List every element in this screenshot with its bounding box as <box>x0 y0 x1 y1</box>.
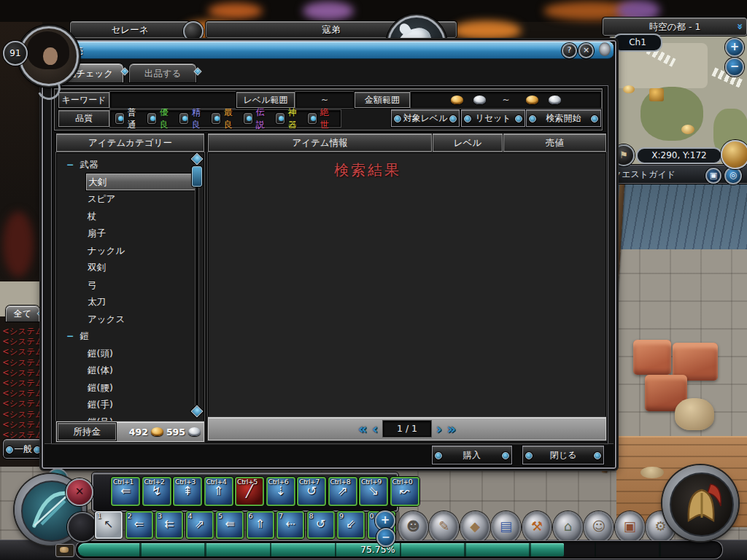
radio-icon[interactable] <box>179 113 188 124</box>
reset-button[interactable]: リセット <box>461 109 525 127</box>
equipment-medallion[interactable] <box>662 465 738 541</box>
category-item[interactable]: −扇子 <box>57 225 204 242</box>
num-hotbar-slot[interactable]: ⇇ 3 <box>155 511 183 539</box>
buy-button[interactable]: 購入 <box>432 446 512 464</box>
category-item[interactable]: −武器 <box>57 156 204 174</box>
category-item[interactable]: −鎧(腰) <box>57 379 204 397</box>
scrollbar-thumb[interactable] <box>192 166 202 187</box>
quality-option[interactable]: 優良 <box>147 106 173 131</box>
ctrl-hotbar-slot[interactable]: ⇣ Ctrl+6 <box>266 477 295 506</box>
category-item[interactable]: −鎧(手) <box>57 396 204 413</box>
category-item[interactable]: −鎧(足) <box>57 413 204 422</box>
close-button[interactable]: × <box>578 43 594 58</box>
close-window-button[interactable]: 閉じる <box>522 446 604 464</box>
last-page-button[interactable]: » <box>447 421 456 436</box>
storage-button[interactable]: ▣ <box>615 511 645 543</box>
category-item[interactable]: −鎧(頭) <box>57 345 204 362</box>
quest-locate-icon[interactable]: ◎ <box>724 167 742 184</box>
num-hotbar-slot[interactable]: ⇑ 6 <box>247 511 274 539</box>
quest-log-button[interactable]: ▤ <box>491 511 521 543</box>
chevron-down-icon[interactable]: » <box>732 23 747 30</box>
radio-icon[interactable] <box>212 113 220 124</box>
category-item[interactable]: −アックス <box>57 311 204 328</box>
radio-icon[interactable] <box>147 113 156 124</box>
amount-range-label: 金額範囲 <box>355 92 410 108</box>
num-hotbar-slot[interactable]: ⇗ 4 <box>186 511 214 539</box>
category-scrollbar[interactable] <box>191 155 201 417</box>
category-item[interactable]: −双剣 <box>57 259 204 276</box>
collapse-icon[interactable]: − <box>66 159 74 170</box>
radio-icon[interactable] <box>244 113 252 124</box>
ctrl-hotbar-slot[interactable]: ⇗ Ctrl+8 <box>328 477 357 506</box>
num-hotbar-slot[interactable]: ⇚ 5 <box>216 511 244 539</box>
collapse-icon[interactable]: − <box>66 330 74 341</box>
minimap-zoom-out-button[interactable]: − <box>725 58 744 77</box>
chat-tab-general[interactable]: 一般 <box>3 439 44 459</box>
town-button[interactable]: ⌂ <box>553 511 583 543</box>
category-item[interactable]: −鎧(体) <box>57 362 204 379</box>
ctrl-hotbar-slot[interactable]: ↺ Ctrl+7 <box>297 477 326 506</box>
scrollbar-track[interactable] <box>195 163 199 411</box>
xp-item-slot[interactable] <box>55 544 74 557</box>
target-level-button[interactable]: 対象レベル <box>391 109 460 127</box>
empty-results-text: 検索結果 <box>334 160 401 180</box>
ctrl-hotbar-slot[interactable]: ⇘ Ctrl+9 <box>359 477 388 506</box>
help-button[interactable]: ? <box>562 43 577 58</box>
ctrl-hotbar-slot[interactable]: ⇑ Ctrl+4 <box>204 477 233 506</box>
prev-page-button[interactable]: ‹ <box>372 421 378 436</box>
radio-icon[interactable] <box>308 113 317 124</box>
quality-option[interactable]: 普通 <box>115 106 141 131</box>
quality-option[interactable]: 伝説 <box>244 106 269 131</box>
amount-range-input[interactable]: ~ <box>411 92 601 108</box>
category-item[interactable]: −スピア <box>57 190 204 208</box>
first-page-button[interactable]: « <box>358 421 367 436</box>
crafting-button[interactable]: ⚒ <box>522 511 552 543</box>
chat-tab-all[interactable]: 全て <box>6 306 39 322</box>
scroll-down-icon[interactable] <box>191 405 204 418</box>
character-button[interactable]: ☻ <box>398 511 428 543</box>
ctrl-hotbar-slot[interactable]: ⇞ Ctrl+3 <box>173 477 202 506</box>
category-item-label: アックス <box>88 314 125 324</box>
inventory-button[interactable]: ◆ <box>460 511 490 543</box>
category-item[interactable]: −鎧 <box>57 327 204 345</box>
quality-option[interactable]: 絶世 <box>308 106 333 131</box>
category-item[interactable]: −太刀 <box>57 293 204 311</box>
radio-icon[interactable] <box>276 113 285 124</box>
column-level[interactable]: レベル <box>433 133 503 152</box>
num-hotbar-slot[interactable]: ⇙ 9 <box>337 511 365 539</box>
num-hotbar-slot[interactable]: ⇠ 7 <box>276 511 304 539</box>
category-item[interactable]: −大剣 <box>57 174 204 191</box>
category-item[interactable]: −弓 <box>57 276 204 294</box>
ctrl-hotbar-slot[interactable]: ╱ Ctrl+5 <box>235 477 264 506</box>
next-page-button[interactable]: › <box>436 421 442 436</box>
num-hotbar-slot[interactable]: ⇐ 2 <box>125 511 153 539</box>
quality-option[interactable]: 最良 <box>212 106 237 131</box>
ctrl-hotbar-slot[interactable]: ↯ Ctrl+2 <box>142 477 171 506</box>
quality-option[interactable]: 精良 <box>179 106 205 131</box>
tab-sell[interactable]: 出品する <box>129 63 196 82</box>
radio-icon[interactable] <box>115 113 124 124</box>
search-button[interactable]: 検索開始 <box>526 109 601 127</box>
channel-pill[interactable]: Ch1 <box>613 34 662 52</box>
hotbar-sub-button[interactable]: − <box>376 528 395 547</box>
num-hotbar-slot[interactable]: ↖ 1 <box>95 511 123 539</box>
chat-system-message: <システム> <box>2 419 42 429</box>
quality-option[interactable]: 神器 <box>276 106 301 131</box>
community-button[interactable]: ☺ <box>584 511 614 543</box>
quest-track-icon[interactable]: ▣ <box>705 168 721 184</box>
window-titlebar[interactable]: 競売 ? × <box>43 42 614 59</box>
minimap-zoom-in-button[interactable]: + <box>725 38 744 57</box>
world-map-button[interactable] <box>721 140 747 169</box>
quest-guide-bar[interactable]: クエストガイド ▣ ◎ <box>605 165 747 184</box>
ctrl-hotbar-slot[interactable]: ↜ Ctrl+0 <box>390 477 419 506</box>
column-item-info[interactable]: アイテム情報 <box>208 133 432 152</box>
category-item[interactable]: −杖 <box>57 208 204 225</box>
equipment-button[interactable]: ✎ <box>429 511 459 543</box>
column-price[interactable]: 売値 <box>503 133 606 152</box>
category-item[interactable]: −ナックル <box>57 242 204 260</box>
scroll-up-icon[interactable] <box>191 153 204 166</box>
pvp-toggle-button[interactable]: ✕ <box>66 478 93 506</box>
ctrl-hotbar-slot[interactable]: ⇚ Ctrl+1 <box>111 477 140 506</box>
num-hotbar-slot[interactable]: ↺ 8 <box>307 511 335 539</box>
mode-orb-button[interactable] <box>67 512 98 542</box>
